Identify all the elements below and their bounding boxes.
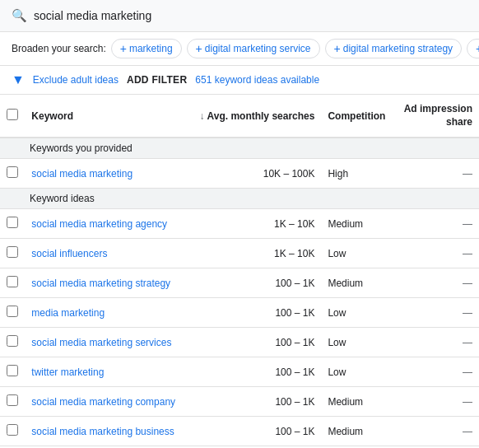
- row-keyword[interactable]: social media marketing: [25, 159, 191, 189]
- row-searches: 10K – 100K: [192, 159, 322, 189]
- table-row: social media marketing 10K – 100K High —: [0, 159, 479, 189]
- row-impression: —: [396, 328, 479, 357]
- row-checkbox-cell: [0, 417, 25, 446]
- row-checkbox[interactable]: [7, 424, 18, 436]
- row-checkbox-cell: [0, 268, 25, 298]
- table-row: social media marketing services 100 – 1K…: [0, 328, 479, 357]
- row-impression: —: [396, 159, 479, 189]
- search-input[interactable]: [34, 9, 467, 22]
- row-impression: —: [396, 268, 479, 298]
- table-row: social influencers 1K – 10K Low —: [0, 239, 479, 268]
- row-checkbox[interactable]: [7, 365, 18, 376]
- keyword-count-label: 651 keyword ideas available: [195, 74, 319, 86]
- row-keyword[interactable]: social media marketing business: [25, 417, 191, 446]
- header-checkbox-cell: [0, 95, 25, 138]
- keyword-table: Keyword ↓Avg. monthly searches Competiti…: [0, 95, 479, 446]
- row-checkbox-cell: [0, 159, 25, 189]
- row-checkbox-cell: [0, 298, 25, 328]
- row-searches: 100 – 1K: [192, 268, 322, 298]
- funnel-icon: ▼: [12, 72, 25, 87]
- row-competition: Medium: [321, 209, 396, 239]
- table-row: media marketing 100 – 1K Low —: [0, 298, 479, 328]
- broaden-label: Broaden your search:: [12, 43, 106, 54]
- table-row: social media marketing strategy 100 – 1K…: [0, 268, 479, 298]
- row-keyword[interactable]: social media marketing company: [25, 387, 191, 417]
- row-checkbox[interactable]: [7, 166, 18, 178]
- table-row: social media marketing business 100 – 1K…: [0, 417, 479, 446]
- filter-row: ▼ Exclude adult ideas ADD FILTER 651 key…: [0, 66, 479, 95]
- row-impression: —: [396, 239, 479, 268]
- header-keyword: Keyword: [25, 95, 191, 138]
- row-competition: Medium: [321, 387, 396, 417]
- row-searches: 100 – 1K: [192, 298, 322, 328]
- search-icon: 🔍: [12, 8, 27, 23]
- row-searches: 100 – 1K: [192, 417, 322, 446]
- table-row: social media marketing company 100 – 1K …: [0, 387, 479, 417]
- row-competition: Low: [321, 328, 396, 357]
- row-impression: —: [396, 417, 479, 446]
- tag-social-ma[interactable]: +social ma...: [467, 39, 479, 58]
- row-competition: High: [321, 159, 396, 189]
- broaden-row: Broaden your search: +marketing +digital…: [0, 32, 479, 66]
- row-searches: 1K – 10K: [192, 239, 322, 268]
- row-keyword[interactable]: media marketing: [25, 298, 191, 328]
- row-keyword[interactable]: social media marketing agency: [25, 209, 191, 239]
- row-searches: 100 – 1K: [192, 357, 322, 387]
- table-row: social media marketing agency 1K – 10K M…: [0, 209, 479, 239]
- row-keyword[interactable]: social influencers: [25, 239, 191, 268]
- row-keyword[interactable]: twitter marketing: [25, 357, 191, 387]
- row-checkbox[interactable]: [7, 394, 18, 406]
- header-avg-monthly[interactable]: ↓Avg. monthly searches: [192, 95, 322, 138]
- row-checkbox[interactable]: [7, 335, 18, 347]
- row-checkbox[interactable]: [7, 246, 18, 258]
- add-filter-button[interactable]: ADD FILTER: [127, 74, 187, 86]
- row-competition: Low: [321, 239, 396, 268]
- header-competition: Competition: [321, 95, 396, 138]
- row-impression: —: [396, 357, 479, 387]
- section-ideas-header: Keyword ideas: [0, 189, 479, 209]
- row-keyword[interactable]: social media marketing services: [25, 328, 191, 357]
- row-competition: Low: [321, 357, 396, 387]
- search-bar: 🔍: [0, 0, 479, 32]
- row-impression: —: [396, 209, 479, 239]
- row-competition: Medium: [321, 268, 396, 298]
- row-checkbox[interactable]: [7, 306, 18, 317]
- row-checkbox-cell: [0, 328, 25, 357]
- row-checkbox-cell: [0, 357, 25, 387]
- row-checkbox[interactable]: [7, 276, 18, 287]
- row-checkbox[interactable]: [7, 217, 18, 228]
- row-impression: —: [396, 298, 479, 328]
- select-all-checkbox[interactable]: [7, 109, 18, 120]
- row-searches: 100 – 1K: [192, 387, 322, 417]
- row-checkbox-cell: [0, 209, 25, 239]
- row-impression: —: [396, 387, 479, 417]
- row-keyword[interactable]: social media marketing strategy: [25, 268, 191, 298]
- row-competition: Medium: [321, 417, 396, 446]
- row-checkbox-cell: [0, 239, 25, 268]
- row-competition: Low: [321, 298, 396, 328]
- tag-digital-marketing-service[interactable]: +digital marketing service: [187, 39, 320, 58]
- tag-digital-marketing-strategy[interactable]: +digital marketing strategy: [325, 39, 463, 58]
- sort-arrow-icon: ↓: [199, 110, 204, 122]
- section-provided-header: Keywords you provided: [0, 138, 479, 159]
- table-row: twitter marketing 100 – 1K Low —: [0, 357, 479, 387]
- row-searches: 100 – 1K: [192, 328, 322, 357]
- tag-marketing[interactable]: +marketing: [111, 39, 182, 58]
- row-searches: 1K – 10K: [192, 209, 322, 239]
- exclude-adult-ideas-link[interactable]: Exclude adult ideas: [33, 74, 119, 86]
- row-checkbox-cell: [0, 387, 25, 417]
- header-ad-impression: Ad impression share: [396, 95, 479, 138]
